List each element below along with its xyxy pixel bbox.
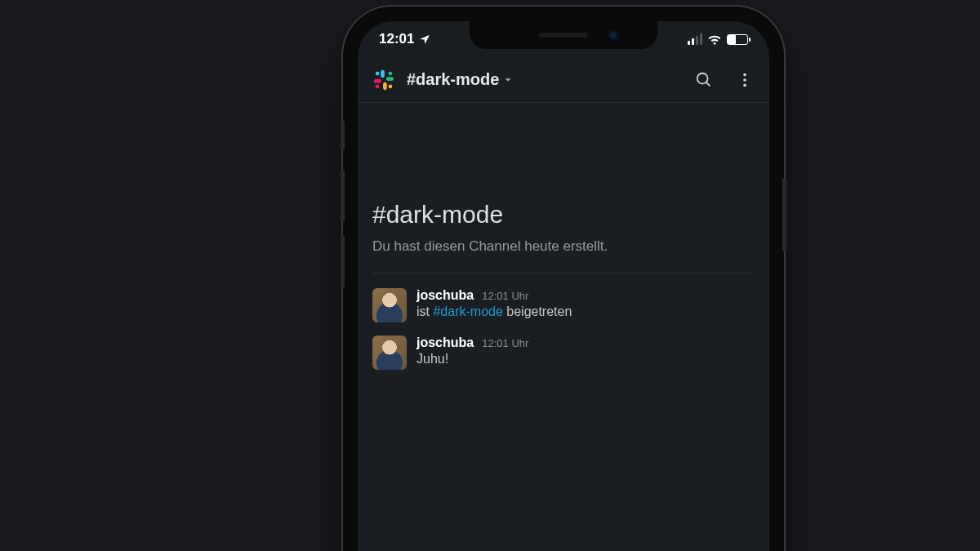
svg-rect-2 (383, 82, 387, 89)
battery-icon (727, 34, 748, 45)
screen: 12:01 (358, 21, 769, 551)
statusbar-time: 12:01 (379, 31, 414, 47)
wifi-icon (707, 33, 722, 45)
volume-down-button (341, 235, 345, 287)
intro-title: #dark-mode (372, 201, 755, 229)
svg-point-5 (389, 71, 393, 75)
phone-frame: 12:01 (343, 7, 784, 551)
svg-point-10 (743, 73, 746, 76)
message-username[interactable]: joschuba (416, 335, 474, 350)
svg-point-4 (376, 71, 380, 75)
app-header: #dark-mode (358, 57, 769, 103)
front-camera (608, 30, 618, 40)
channel-intro: #dark-mode Du hast diesen Channel heute … (372, 201, 755, 255)
channel-switcher[interactable]: #dark-mode (407, 70, 512, 89)
slack-logo-icon[interactable] (372, 69, 395, 91)
message-timestamp: 12:01 Uhr (482, 337, 528, 349)
channel-content: #dark-mode Du hast diesen Channel heute … (358, 201, 769, 376)
svg-point-11 (743, 78, 746, 82)
location-icon (419, 33, 430, 45)
message-item[interactable]: joschuba 12:01 Uhr Juhu! (372, 329, 755, 376)
message-timestamp: 12:01 Uhr (482, 290, 528, 302)
intro-subtitle: Du hast diesen Channel heute erstellt. (372, 238, 755, 255)
volume-up-button (341, 170, 345, 222)
chevron-down-icon (504, 76, 512, 84)
cellular-signal-icon (688, 33, 702, 45)
message-text: Juhu! (416, 352, 528, 367)
svg-line-9 (706, 82, 710, 86)
svg-point-8 (697, 73, 708, 83)
divider (372, 273, 755, 273)
speaker-grille (539, 33, 588, 38)
svg-rect-3 (374, 79, 381, 83)
channel-mention[interactable]: #dark-mode (433, 304, 502, 318)
search-icon[interactable] (694, 70, 714, 90)
mute-switch (341, 121, 345, 150)
power-button (782, 178, 786, 251)
svg-point-7 (376, 84, 380, 88)
svg-rect-0 (381, 69, 385, 77)
notch (470, 21, 657, 49)
avatar[interactable] (372, 335, 407, 370)
message-item[interactable]: joschuba 12:01 Uhr ist #dark-mode beiget… (372, 282, 755, 329)
message-text: ist #dark-mode beigetreten (416, 304, 572, 319)
avatar[interactable] (372, 288, 407, 322)
svg-point-6 (389, 84, 393, 88)
more-options-icon[interactable] (735, 70, 755, 90)
svg-rect-1 (386, 77, 394, 81)
svg-point-12 (743, 83, 746, 87)
message-username[interactable]: joschuba (416, 288, 474, 303)
channel-name: #dark-mode (407, 70, 499, 89)
